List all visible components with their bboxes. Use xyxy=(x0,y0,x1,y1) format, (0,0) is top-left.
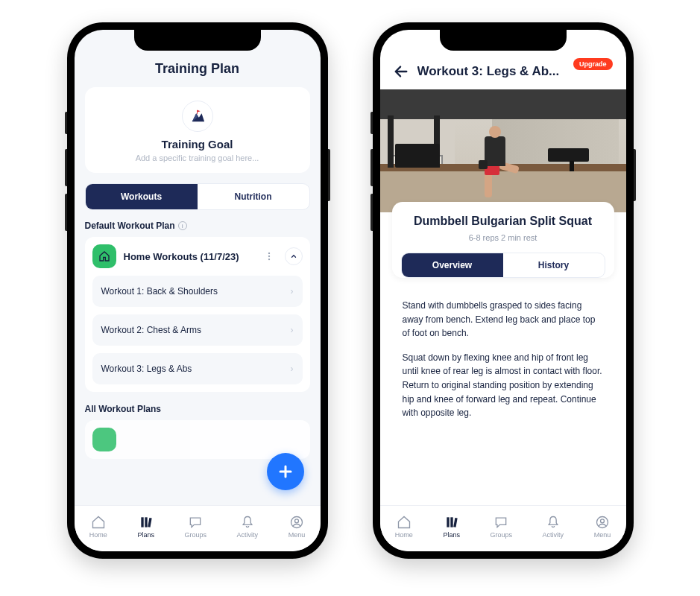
bottom-tabbar: Home Plans Groups Activity Menu xyxy=(75,505,321,551)
home-icon xyxy=(92,428,116,451)
back-button[interactable] xyxy=(391,61,412,82)
main-scroll[interactable]: Training Goal Add a specific training go… xyxy=(75,87,321,505)
tab-activity[interactable]: Activity xyxy=(543,515,564,539)
tab-overview[interactable]: Overview xyxy=(402,253,503,277)
default-plan-label: Default Workout Plan i xyxy=(85,221,310,231)
books-icon xyxy=(444,515,459,530)
svg-rect-5 xyxy=(145,517,147,527)
chat-icon xyxy=(494,515,508,530)
tab-workouts[interactable]: Workouts xyxy=(86,184,198,209)
goal-heading: Training Goal xyxy=(92,138,303,150)
arrow-left-icon xyxy=(393,63,409,80)
mountain-flag-icon xyxy=(182,101,213,132)
tab-activity[interactable]: Activity xyxy=(237,515,259,539)
collapse-button[interactable] xyxy=(285,247,303,265)
tab-menu[interactable]: Menu xyxy=(594,515,611,539)
tabbar-label: Groups xyxy=(490,531,512,539)
upgrade-badge[interactable]: Upgrade xyxy=(573,58,613,70)
phone-mockup-right: Workout 3: Legs & Ab... Upgrade xyxy=(373,22,634,559)
svg-rect-11 xyxy=(453,517,457,527)
tabbar-label: Activity xyxy=(237,531,259,539)
training-goal-card[interactable]: Training Goal Add a specific training go… xyxy=(85,87,310,173)
svg-rect-6 xyxy=(148,517,151,527)
svg-rect-9 xyxy=(447,517,449,527)
workout-item[interactable]: Workout 2: Chest & Arms › xyxy=(92,314,303,346)
svg-rect-4 xyxy=(141,517,143,527)
home-icon xyxy=(397,515,412,530)
tabbar-label: Groups xyxy=(184,531,206,539)
notch xyxy=(440,30,567,51)
tab-menu[interactable]: Menu xyxy=(288,515,306,539)
chat-icon xyxy=(188,515,203,530)
bell-icon xyxy=(546,515,561,530)
tab-groups[interactable]: Groups xyxy=(490,515,512,539)
exercise-tabs: Overview History xyxy=(401,253,605,278)
svg-point-13 xyxy=(600,519,604,522)
tab-plans[interactable]: Plans xyxy=(137,515,154,539)
exercise-description: Stand with dumbbells grasped to sides fa… xyxy=(392,287,614,443)
plan-row-partial[interactable] xyxy=(85,420,310,459)
tabbar-label: Plans xyxy=(137,531,154,539)
notch xyxy=(134,30,261,51)
tabbar-label: Home xyxy=(89,531,107,539)
all-plans-label: All Workout Plans xyxy=(85,404,310,414)
svg-point-1 xyxy=(268,253,269,254)
bell-icon xyxy=(240,515,255,530)
user-circle-icon xyxy=(595,515,610,530)
chevron-right-icon: › xyxy=(291,286,294,297)
main-scroll[interactable]: Dumbbell Bulgarian Split Squat 6-8 reps … xyxy=(380,89,626,505)
goal-placeholder: Add a specific training goal here... xyxy=(92,153,303,162)
svg-point-8 xyxy=(294,519,298,522)
default-plan-card: Home Workouts (11/7/23) Workout 1: Back … xyxy=(85,237,310,392)
info-icon[interactable]: i xyxy=(178,221,187,230)
exercise-name: Dumbbell Bulgarian Split Squat xyxy=(401,214,605,229)
svg-rect-0 xyxy=(197,110,198,115)
bottom-tabbar: Home Plans Groups Activity Menu xyxy=(380,505,626,551)
tab-plans[interactable]: Plans xyxy=(443,515,460,539)
tabbar-label: Plans xyxy=(443,531,460,539)
books-icon xyxy=(139,515,154,530)
description-paragraph: Squat down by flexing knee and hip of fr… xyxy=(403,351,604,420)
exercise-video[interactable] xyxy=(380,89,626,212)
more-options-button[interactable] xyxy=(261,248,277,264)
tabbar-label: Menu xyxy=(288,531,306,539)
workout-item-label: Workout 1: Back & Shoulders xyxy=(101,286,218,297)
workout-item-label: Workout 3: Legs & Abs xyxy=(101,364,192,374)
plus-icon xyxy=(277,463,294,481)
svg-rect-10 xyxy=(450,517,453,527)
home-icon xyxy=(92,244,116,268)
add-button[interactable] xyxy=(267,453,304,490)
exercise-meta: 6-8 reps 2 min rest xyxy=(401,233,605,242)
workout-item[interactable]: Workout 1: Back & Shoulders › xyxy=(92,276,303,307)
tab-history[interactable]: History xyxy=(503,253,605,277)
plan-name[interactable]: Home Workouts (11/7/23) xyxy=(124,251,253,262)
tabbar-label: Menu xyxy=(594,531,611,539)
chevron-right-icon: › xyxy=(291,364,294,374)
tab-home[interactable]: Home xyxy=(89,515,107,539)
workout-item[interactable]: Workout 3: Legs & Abs › xyxy=(92,353,303,384)
page-title: Training Plan xyxy=(75,57,321,87)
tab-nutrition[interactable]: Nutrition xyxy=(198,184,309,209)
tab-groups[interactable]: Groups xyxy=(184,515,206,539)
user-circle-icon xyxy=(289,515,304,530)
phone-mockup-left: Training Plan Training Goal Add a specif… xyxy=(67,22,328,559)
svg-point-2 xyxy=(268,256,269,257)
tabbar-label: Activity xyxy=(543,531,564,539)
tab-home[interactable]: Home xyxy=(395,515,413,539)
home-icon xyxy=(91,515,106,530)
description-paragraph: Stand with dumbbells grasped to sides fa… xyxy=(403,299,604,340)
default-plan-label-text: Default Workout Plan xyxy=(85,221,175,231)
workout-item-label: Workout 2: Chest & Arms xyxy=(101,325,202,335)
chevron-right-icon: › xyxy=(291,325,294,335)
plan-tabs: Workouts Nutrition xyxy=(85,183,310,210)
tabbar-label: Home xyxy=(395,531,413,539)
svg-point-3 xyxy=(268,259,269,260)
